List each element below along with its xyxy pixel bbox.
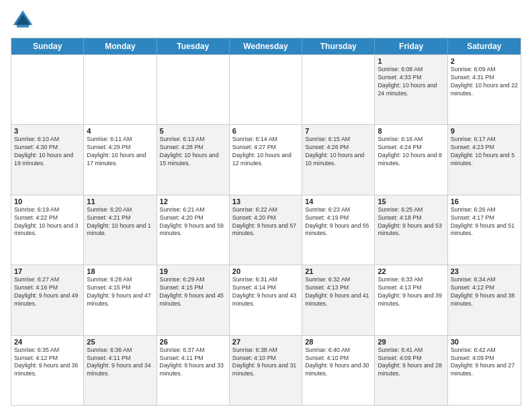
calendar-cell: 7Sunrise: 6:15 AM Sunset: 4:26 PM Daylig… [302, 125, 375, 194]
day-number: 28 [305, 338, 371, 346]
calendar-cell: 20Sunrise: 6:31 AM Sunset: 4:14 PM Dayli… [230, 265, 302, 334]
day-number: 17 [14, 267, 81, 275]
calendar-cell: 28Sunrise: 6:40 AM Sunset: 4:10 PM Dayli… [302, 336, 375, 405]
day-info: Sunrise: 6:32 AM Sunset: 4:13 PM Dayligh… [305, 276, 371, 308]
calendar-body: 1Sunrise: 6:08 AM Sunset: 4:33 PM Daylig… [11, 54, 521, 405]
day-info: Sunrise: 6:15 AM Sunset: 4:26 PM Dayligh… [305, 136, 371, 168]
day-number: 8 [378, 127, 444, 135]
day-info: Sunrise: 6:28 AM Sunset: 4:15 PM Dayligh… [87, 276, 153, 308]
calendar-cell: 30Sunrise: 6:42 AM Sunset: 4:09 PM Dayli… [448, 336, 521, 405]
day-number: 20 [232, 267, 299, 275]
day-number: 7 [305, 127, 371, 135]
logo [11, 8, 38, 32]
day-number: 23 [451, 267, 518, 275]
day-number: 24 [14, 338, 81, 346]
day-info: Sunrise: 6:17 AM Sunset: 4:23 PM Dayligh… [451, 136, 518, 168]
day-info: Sunrise: 6:23 AM Sunset: 4:19 PM Dayligh… [305, 206, 371, 238]
header-day-sunday: Sunday [11, 38, 84, 54]
day-number: 27 [232, 338, 299, 346]
day-number: 12 [160, 197, 226, 205]
day-info: Sunrise: 6:22 AM Sunset: 4:20 PM Dayligh… [232, 206, 299, 238]
day-info: Sunrise: 6:34 AM Sunset: 4:12 PM Dayligh… [451, 276, 518, 308]
calendar-cell: 25Sunrise: 6:36 AM Sunset: 4:11 PM Dayli… [84, 336, 157, 405]
day-number: 5 [160, 127, 226, 135]
day-number: 19 [160, 267, 226, 275]
calendar-cell: 17Sunrise: 6:27 AM Sunset: 4:16 PM Dayli… [11, 265, 84, 334]
day-info: Sunrise: 6:20 AM Sunset: 4:21 PM Dayligh… [87, 206, 153, 238]
day-info: Sunrise: 6:19 AM Sunset: 4:22 PM Dayligh… [14, 206, 81, 238]
day-info: Sunrise: 6:26 AM Sunset: 4:17 PM Dayligh… [451, 206, 518, 238]
day-number: 18 [87, 267, 153, 275]
day-info: Sunrise: 6:33 AM Sunset: 4:13 PM Dayligh… [378, 276, 444, 308]
day-number: 9 [451, 127, 518, 135]
day-info: Sunrise: 6:27 AM Sunset: 4:16 PM Dayligh… [14, 276, 81, 308]
calendar-cell: 9Sunrise: 6:17 AM Sunset: 4:23 PM Daylig… [448, 125, 521, 194]
day-number: 11 [87, 197, 153, 205]
calendar-cell: 4Sunrise: 6:11 AM Sunset: 4:29 PM Daylig… [84, 125, 157, 194]
header [11, 8, 521, 32]
header-day-wednesday: Wednesday [230, 38, 302, 54]
calendar-cell: 5Sunrise: 6:13 AM Sunset: 4:28 PM Daylig… [157, 125, 230, 194]
calendar-cell [84, 55, 157, 124]
calendar-cell: 19Sunrise: 6:29 AM Sunset: 4:15 PM Dayli… [157, 265, 230, 334]
day-info: Sunrise: 6:16 AM Sunset: 4:24 PM Dayligh… [378, 136, 444, 168]
svg-rect-2 [17, 25, 29, 28]
calendar-cell [157, 55, 230, 124]
day-info: Sunrise: 6:25 AM Sunset: 4:18 PM Dayligh… [378, 206, 444, 238]
calendar-cell: 12Sunrise: 6:21 AM Sunset: 4:20 PM Dayli… [157, 195, 230, 265]
calendar-cell: 8Sunrise: 6:16 AM Sunset: 4:24 PM Daylig… [375, 125, 447, 194]
day-number: 4 [87, 127, 153, 135]
calendar-cell: 24Sunrise: 6:35 AM Sunset: 4:12 PM Dayli… [11, 336, 84, 405]
page: SundayMondayTuesdayWednesdayThursdayFrid… [0, 0, 532, 411]
calendar-cell: 2Sunrise: 6:09 AM Sunset: 4:31 PM Daylig… [448, 55, 521, 124]
day-info: Sunrise: 6:38 AM Sunset: 4:10 PM Dayligh… [232, 347, 299, 379]
day-info: Sunrise: 6:10 AM Sunset: 4:30 PM Dayligh… [14, 136, 81, 168]
calendar-cell: 26Sunrise: 6:37 AM Sunset: 4:11 PM Dayli… [157, 336, 230, 405]
calendar-row-4: 24Sunrise: 6:35 AM Sunset: 4:12 PM Dayli… [11, 335, 521, 405]
day-number: 26 [160, 338, 226, 346]
day-number: 1 [378, 57, 444, 65]
calendar-row-0: 1Sunrise: 6:08 AM Sunset: 4:33 PM Daylig… [11, 54, 521, 124]
day-number: 15 [378, 197, 444, 205]
day-number: 21 [305, 267, 371, 275]
day-info: Sunrise: 6:14 AM Sunset: 4:27 PM Dayligh… [232, 136, 299, 168]
day-info: Sunrise: 6:40 AM Sunset: 4:10 PM Dayligh… [305, 347, 371, 379]
calendar-cell: 10Sunrise: 6:19 AM Sunset: 4:22 PM Dayli… [11, 195, 84, 265]
day-number: 2 [451, 57, 518, 65]
calendar-cell: 3Sunrise: 6:10 AM Sunset: 4:30 PM Daylig… [11, 125, 84, 194]
header-day-monday: Monday [84, 38, 157, 54]
day-info: Sunrise: 6:08 AM Sunset: 4:33 PM Dayligh… [378, 66, 444, 98]
day-info: Sunrise: 6:29 AM Sunset: 4:15 PM Dayligh… [160, 276, 226, 308]
header-day-thursday: Thursday [302, 38, 375, 54]
calendar-cell: 1Sunrise: 6:08 AM Sunset: 4:33 PM Daylig… [375, 55, 447, 124]
calendar-cell: 22Sunrise: 6:33 AM Sunset: 4:13 PM Dayli… [375, 265, 447, 334]
day-number: 14 [305, 197, 371, 205]
day-info: Sunrise: 6:42 AM Sunset: 4:09 PM Dayligh… [451, 347, 518, 379]
calendar-cell: 27Sunrise: 6:38 AM Sunset: 4:10 PM Dayli… [230, 336, 302, 405]
day-info: Sunrise: 6:36 AM Sunset: 4:11 PM Dayligh… [87, 347, 153, 379]
calendar: SundayMondayTuesdayWednesdayThursdayFrid… [11, 38, 521, 406]
day-info: Sunrise: 6:31 AM Sunset: 4:14 PM Dayligh… [232, 276, 299, 308]
day-number: 13 [232, 197, 299, 205]
day-number: 6 [232, 127, 299, 135]
calendar-cell: 21Sunrise: 6:32 AM Sunset: 4:13 PM Dayli… [302, 265, 375, 334]
calendar-cell [230, 55, 302, 124]
calendar-row-1: 3Sunrise: 6:10 AM Sunset: 4:30 PM Daylig… [11, 124, 521, 194]
day-info: Sunrise: 6:11 AM Sunset: 4:29 PM Dayligh… [87, 136, 153, 168]
calendar-row-3: 17Sunrise: 6:27 AM Sunset: 4:16 PM Dayli… [11, 265, 521, 334]
day-number: 3 [14, 127, 81, 135]
day-number: 22 [378, 267, 444, 275]
day-number: 16 [451, 197, 518, 205]
day-number: 25 [87, 338, 153, 346]
calendar-cell [11, 55, 84, 124]
day-info: Sunrise: 6:13 AM Sunset: 4:28 PM Dayligh… [160, 136, 226, 168]
header-day-friday: Friday [375, 38, 447, 54]
header-day-saturday: Saturday [448, 38, 521, 54]
calendar-row-2: 10Sunrise: 6:19 AM Sunset: 4:22 PM Dayli… [11, 195, 521, 265]
calendar-cell: 11Sunrise: 6:20 AM Sunset: 4:21 PM Dayli… [84, 195, 157, 265]
calendar-cell: 18Sunrise: 6:28 AM Sunset: 4:15 PM Dayli… [84, 265, 157, 334]
calendar-cell: 29Sunrise: 6:41 AM Sunset: 4:09 PM Dayli… [375, 336, 447, 405]
calendar-cell [302, 55, 375, 124]
day-info: Sunrise: 6:21 AM Sunset: 4:20 PM Dayligh… [160, 206, 226, 238]
day-info: Sunrise: 6:41 AM Sunset: 4:09 PM Dayligh… [378, 347, 444, 379]
